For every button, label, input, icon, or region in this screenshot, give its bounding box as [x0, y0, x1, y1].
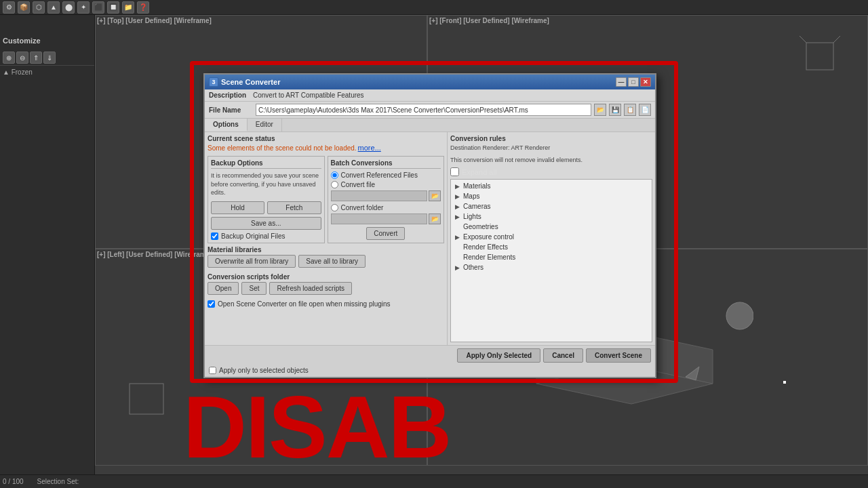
dialog-titlebar: 3 Scene Converter — □ ✕ — [205, 75, 655, 89]
save-as-button[interactable]: Save as... — [211, 217, 321, 230]
cancel-button[interactable]: Cancel — [543, 348, 583, 363]
tab-options[interactable]: Options — [205, 119, 248, 131]
tree-item-exposure[interactable]: ▶ Exposure control — [452, 232, 650, 242]
browse-file-button[interactable]: 📂 — [429, 190, 441, 201]
more-link[interactable]: more... — [358, 144, 381, 152]
filename-save-btn[interactable]: 💾 — [609, 104, 621, 116]
restore-button[interactable]: □ — [628, 77, 639, 87]
tree-arrow-exposure: ▶ — [455, 234, 463, 241]
tree-item-cameras[interactable]: ▶ Cameras — [452, 201, 650, 211]
backup-checkbox-label: Backup Original Files — [221, 232, 285, 240]
toolbar-icon-7[interactable]: ⬛ — [92, 1, 104, 14]
description-value: Convert to ART Compatible Features — [253, 92, 364, 99]
progress-text: 0 / 100 — [3, 478, 24, 485]
toolbar-icon-2[interactable]: 📦 — [18, 1, 30, 14]
apply-to-selected-label: Apply only to selected objects — [219, 367, 309, 374]
backup-checkbox-row: Backup Original Files — [211, 232, 321, 240]
tree-item-lights[interactable]: ▶ Lights — [452, 211, 650, 222]
refresh-scripts-button[interactable]: Refresh loaded scripts — [269, 282, 352, 295]
scene-status-title: Current scene status — [208, 135, 444, 142]
tree-item-render-elements[interactable]: ▶ Render Elements — [452, 252, 650, 262]
toolbar-icon-6[interactable]: ✦ — [77, 1, 90, 14]
left-icon-4[interactable]: ⇓ — [43, 52, 56, 64]
tree-item-maps[interactable]: ▶ Maps — [452, 191, 650, 201]
backup-checkbox[interactable] — [211, 232, 218, 240]
minimize-button[interactable]: — — [616, 77, 627, 87]
svg-rect-0 — [806, 43, 833, 70]
filename-input[interactable] — [256, 104, 591, 116]
convert-scene-button[interactable]: Convert Scene — [586, 348, 651, 363]
tree-item-geometries[interactable]: ▶ Geometries — [452, 222, 650, 232]
expand-all-row: Expand all — [450, 167, 652, 176]
open-on-file-open-checkbox[interactable] — [208, 300, 215, 308]
convert-folder-radio[interactable] — [331, 204, 338, 211]
scripts-btn-row: Open Set Refresh loaded scripts — [208, 282, 444, 295]
fetch-button[interactable]: Fetch — [267, 201, 321, 214]
convert-file-path-row: 📂 — [331, 190, 441, 201]
convert-referenced-radio[interactable] — [331, 171, 338, 179]
conversion-note: This conversion will not remove invalid … — [450, 156, 652, 165]
apply-to-selected-checkbox[interactable] — [209, 367, 216, 374]
toolbar-icon-5[interactable]: ⬤ — [62, 1, 75, 14]
apply-only-selected-button[interactable]: Apply Only Selected — [457, 348, 540, 363]
tree-arrow-others: ▶ — [455, 264, 463, 271]
conversion-rules-title: Conversion rules — [450, 135, 652, 142]
save-to-lib-button[interactable]: Save all to library — [298, 255, 366, 268]
dialog-titlebar-left: 3 Scene Converter — [209, 77, 280, 87]
tree-item-materials[interactable]: ▶ Materials — [452, 181, 650, 191]
browse-folder-button[interactable]: 📂 — [429, 214, 441, 224]
svg-line-2 — [833, 36, 840, 43]
filename-row: File Name 📂 💾 📋 📄 — [205, 102, 655, 119]
filename-export-btn[interactable]: 📋 — [624, 104, 636, 116]
viewport-bottom-left-label: [+] [Left] [User Defined] [Wireframe] — [97, 251, 212, 258]
scene-status-text: Some elements of the scene could not be … — [208, 144, 357, 153]
tree-label-lights: Lights — [463, 213, 481, 220]
dialog-footer: Apply Only Selected Cancel Convert Scene… — [205, 345, 655, 377]
open-scripts-button[interactable]: Open — [208, 282, 239, 295]
left-pane: Current scene status Some elements of th… — [205, 132, 448, 345]
left-icon-3[interactable]: ⇑ — [30, 52, 42, 64]
svg-rect-3 — [130, 384, 163, 414]
material-lib-title: Material libraries — [208, 246, 444, 253]
left-icon-1[interactable]: ⊕ — [3, 52, 15, 64]
hold-button[interactable]: Hold — [211, 201, 264, 214]
toolbar-icon-8[interactable]: 🔲 — [107, 1, 119, 14]
convert-button[interactable]: Convert — [366, 227, 405, 240]
toolbar-icon-4[interactable]: ▲ — [47, 1, 60, 14]
tree-arrow-materials: ▶ — [455, 183, 463, 190]
convert-file-radio[interactable] — [331, 181, 338, 188]
toolbar-icon-3[interactable]: ⬡ — [33, 1, 45, 14]
svg-point-10 — [726, 302, 753, 329]
overwrite-lib-button[interactable]: Overwrite all from library — [208, 255, 296, 268]
tree-item-others[interactable]: ▶ Others — [452, 262, 650, 272]
description-row: Description Convert to ART Compatible Fe… — [205, 89, 655, 102]
set-scripts-button[interactable]: Set — [241, 282, 267, 295]
toolbar-icon-help[interactable]: ❓ — [137, 1, 149, 14]
destination-renderer: Destination Renderer: ART Renderer — [450, 144, 652, 153]
conversion-tree-list: ▶ Materials ▶ Maps ▶ Cameras ▶ Lights — [450, 179, 652, 342]
tree-label-materials: Materials — [463, 182, 491, 190]
cursor-indicator — [783, 381, 786, 384]
toolbar-icon-1[interactable]: ⚙ — [3, 1, 15, 14]
convert-folder-path-input[interactable] — [331, 214, 428, 224]
backup-options-section: Backup Options It is recommended you sav… — [208, 156, 325, 243]
top-toolbar: ⚙ 📦 ⬡ ▲ ⬤ ✦ ⬛ 🔲 📁 ❓ — [0, 0, 868, 15]
left-icon-2[interactable]: ⊖ — [16, 52, 28, 64]
frozen-label: ▲ Frozen — [0, 66, 94, 79]
filename-label: File Name — [209, 106, 253, 114]
dialog-main: Current scene status Some elements of th… — [205, 132, 655, 345]
backup-batch-row: Backup Options It is recommended you sav… — [208, 156, 444, 243]
viewport-top-left-label: [+] [Top] [User Defined] [Wireframe] — [97, 17, 212, 24]
tree-label-render-effects: Render Effects — [463, 243, 508, 251]
tree-item-render-effects[interactable]: ▶ Render Effects — [452, 242, 650, 252]
toolbar-icon-9[interactable]: 📁 — [122, 1, 134, 14]
tab-editor[interactable]: Editor — [248, 119, 282, 131]
right-pane: Conversion rules Destination Renderer: A… — [448, 132, 655, 345]
close-button[interactable]: ✕ — [640, 77, 651, 87]
expand-all-checkbox[interactable] — [450, 167, 459, 176]
filename-copy-btn[interactable]: 📄 — [639, 104, 651, 116]
hold-fetch-row: Hold Fetch — [211, 201, 321, 214]
filename-browse-btn[interactable]: 📂 — [594, 104, 606, 116]
tree-label-render-elements: Render Elements — [463, 253, 515, 261]
convert-file-path-input[interactable] — [331, 190, 428, 201]
